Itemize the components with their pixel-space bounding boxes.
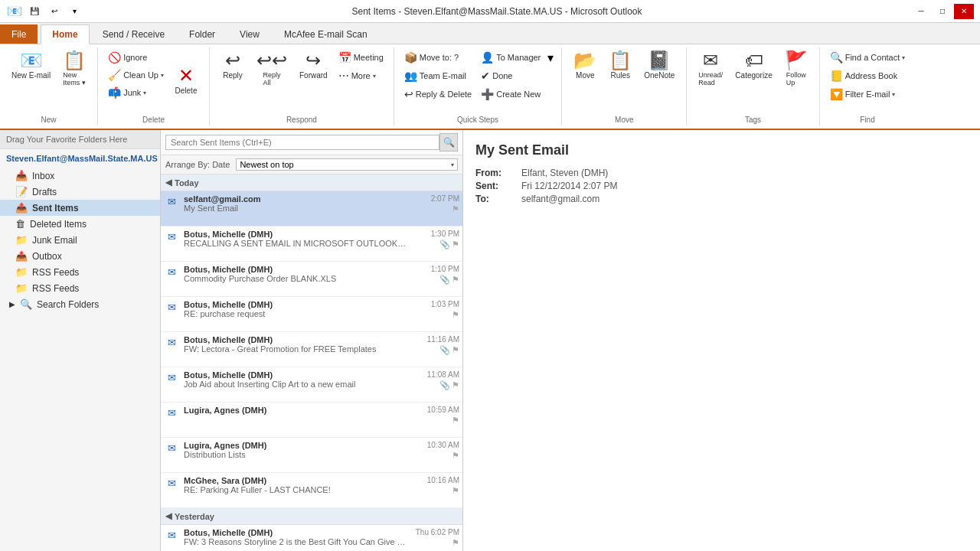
- tab-view[interactable]: View: [228, 24, 271, 44]
- email-actions: 📎 ⚑: [439, 345, 459, 355]
- sidebar-item-drafts-1[interactable]: 📝Drafts: [0, 184, 160, 200]
- email-item[interactable]: ✉ selfant@gmail.com My Sent Email 2:07 P…: [161, 191, 462, 227]
- email-type-icon: ✉: [161, 297, 182, 331]
- email-sender: McGhee, Sara (DMH): [184, 476, 407, 485]
- reply-all-button[interactable]: ↩↩ ReplyAll: [251, 49, 292, 89]
- more-button[interactable]: ⋯ More ▾: [335, 67, 387, 84]
- address-book-button[interactable]: 📒 Address Book: [826, 67, 910, 84]
- search-button[interactable]: 🔍: [439, 133, 458, 152]
- team-email-button[interactable]: 👥 Team E-mail: [400, 67, 475, 84]
- tab-folder[interactable]: Folder: [178, 24, 227, 44]
- flag-icon[interactable]: ⚑: [452, 486, 459, 496]
- sidebar-item-sent-items-2[interactable]: 📤Sent Items: [0, 200, 160, 216]
- new-items-button[interactable]: 📋 NewItems ▾: [57, 49, 91, 89]
- quick-access-dropdown[interactable]: ▾: [66, 3, 83, 20]
- new-email-button[interactable]: 📧 New E-mail: [6, 49, 56, 82]
- move-icon: 📂: [573, 51, 596, 70]
- email-actions: 📎 ⚑: [439, 240, 459, 249]
- account-label[interactable]: Steven.Elfant@MassMail.State.MA.US: [0, 149, 160, 168]
- email-item[interactable]: ✉ Botus, Michelle (DMH) RE: purchase req…: [161, 297, 462, 332]
- ignore-button[interactable]: 🚫 Ignore: [104, 49, 168, 66]
- filter-email-button[interactable]: 🔽 Filter E-mail ▾: [826, 86, 910, 103]
- email-type-icon: ✉: [161, 262, 182, 296]
- email-actions: ⚑: [452, 416, 459, 425]
- create-new-button[interactable]: ➕ Create New: [477, 86, 544, 103]
- email-time: 11:08 AM: [427, 370, 459, 379]
- move-button[interactable]: 📂 Move: [568, 49, 602, 82]
- quicksteps-group-label: Quick Steps: [457, 114, 498, 124]
- window-controls: ─ □ ✕: [911, 4, 974, 19]
- quicksteps-expand[interactable]: ▾: [546, 49, 555, 76]
- ribbon-group-tags: ✉ Unread/Read 🏷 Categorize 🚩 FollowUp Ta…: [687, 47, 819, 126]
- save-icon[interactable]: 💾: [26, 3, 43, 20]
- rules-button[interactable]: 📋 Rules: [603, 49, 637, 82]
- minimize-button[interactable]: ─: [911, 4, 931, 19]
- move-to-button[interactable]: 📦 Move to: ?: [400, 49, 475, 66]
- reply-delete-button[interactable]: ↩ Reply & Delete: [400, 86, 475, 103]
- flag-icon[interactable]: ⚑: [452, 275, 459, 285]
- meeting-button[interactable]: 📅 Meeting: [335, 49, 387, 66]
- sidebar-item-search-folders-8[interactable]: ▶🔍Search Folders: [0, 296, 160, 312]
- folder-list: 📥Inbox📝Drafts📤Sent Items🗑Deleted Items📁J…: [0, 168, 160, 312]
- delete-button[interactable]: ✕ Delete: [169, 64, 203, 97]
- unread-read-button[interactable]: ✉ Unread/Read: [693, 49, 728, 89]
- more-icon: ⋯: [338, 70, 349, 82]
- attachment-icon: 📎: [439, 345, 450, 355]
- meeting-icon: 📅: [338, 51, 351, 64]
- close-button[interactable]: ✕: [954, 4, 974, 19]
- junk-button[interactable]: 📫 Junk ▾: [104, 84, 168, 101]
- onenote-button[interactable]: 📓 OneNote: [639, 49, 680, 82]
- email-item[interactable]: ✉ Botus, Michelle (DMH) Job Aid about In…: [161, 367, 462, 403]
- email-actions: ⚑: [452, 486, 459, 496]
- sidebar-item-outbox-5[interactable]: 📤Outbox: [0, 248, 160, 264]
- sort-order-select[interactable]: Newest on top ▾: [236, 158, 458, 171]
- flag-icon[interactable]: ⚑: [452, 416, 459, 425]
- follow-up-button[interactable]: 🚩 FollowUp: [779, 49, 813, 89]
- from-label: From:: [475, 168, 521, 178]
- sidebar-item-rss-feeds-7[interactable]: 📁RSS Feeds: [0, 280, 160, 296]
- email-item[interactable]: ✉ McGhee, Sara (DMH) RE: Parking At Full…: [161, 473, 462, 508]
- email-item[interactable]: ✉ Botus, Michelle (DMH) RECALLING A SENT…: [161, 227, 462, 262]
- email-item[interactable]: ✉ Botus, Michelle (DMH) FW: Lectora - Gr…: [161, 332, 462, 367]
- categorize-icon: 🏷: [745, 51, 763, 70]
- email-type-icon: ✉: [161, 473, 182, 507]
- email-item[interactable]: ✉ Lugira, Agnes (DMH) 10:59 AM ⚑: [161, 403, 462, 438]
- flag-icon[interactable]: ⚑: [452, 538, 459, 548]
- email-time: 11:16 AM: [427, 335, 459, 344]
- flag-icon[interactable]: ⚑: [452, 380, 459, 390]
- done-button[interactable]: ✔ Done: [477, 67, 544, 84]
- flag-icon[interactable]: ⚑: [452, 204, 459, 214]
- tab-file[interactable]: File: [0, 24, 38, 44]
- title-bar: 📧 💾 ↩ ▾ Sent Items - Steven.Elfant@MassM…: [0, 0, 980, 23]
- email-time: 1:10 PM: [431, 265, 459, 273]
- categorize-button[interactable]: 🏷 Categorize: [730, 49, 777, 82]
- flag-icon[interactable]: ⚑: [452, 240, 459, 249]
- undo-icon[interactable]: ↩: [46, 3, 63, 20]
- flag-icon[interactable]: ⚑: [452, 310, 459, 320]
- email-item[interactable]: ✉ Botus, Michelle (DMH) FW: 3 Reasons St…: [161, 525, 462, 551]
- email-item[interactable]: ✉ Lugira, Agnes (DMH) Distribution Lists…: [161, 438, 462, 473]
- maximize-button[interactable]: □: [933, 4, 952, 19]
- arrange-bar: Arrange By: Date Newest on top ▾: [161, 155, 462, 174]
- email-subject: Distribution Lists: [184, 450, 407, 459]
- forward-button[interactable]: ↪ Forward: [294, 49, 333, 82]
- to-manager-button[interactable]: 👤 To Manager: [477, 49, 544, 66]
- sidebar-item-junk-email-4[interactable]: 📁Junk Email: [0, 232, 160, 248]
- attachment-icon: 📎: [439, 275, 450, 285]
- tab-send-receive[interactable]: Send / Receive: [91, 24, 176, 44]
- email-item[interactable]: ✉ Botus, Michelle (DMH) Commodity Purcha…: [161, 262, 462, 297]
- preview-meta: From: Elfant, Steven (DMH) Sent: Fri 12/…: [475, 168, 968, 204]
- cleanup-button[interactable]: 🧹 Clean Up ▾: [104, 67, 168, 83]
- sidebar-item-rss-feeds-6[interactable]: 📁RSS Feeds: [0, 264, 160, 280]
- reply-button[interactable]: ↩ Reply: [216, 49, 250, 82]
- flag-icon[interactable]: ⚑: [452, 451, 459, 461]
- follow-up-icon: 🚩: [785, 51, 808, 70]
- email-body: McGhee, Sara (DMH) RE: Parking At Fuller…: [182, 473, 409, 507]
- tab-mcafee[interactable]: McAfee E-mail Scan: [273, 24, 379, 44]
- find-contact-button[interactable]: 🔍 Find a Contact ▾: [826, 49, 910, 66]
- search-input[interactable]: [165, 135, 439, 150]
- sidebar-item-inbox-0[interactable]: 📥Inbox: [0, 168, 160, 184]
- flag-icon[interactable]: ⚑: [452, 345, 459, 355]
- sidebar-item-deleted-items-3[interactable]: 🗑Deleted Items: [0, 216, 160, 232]
- tab-home[interactable]: Home: [41, 24, 89, 44]
